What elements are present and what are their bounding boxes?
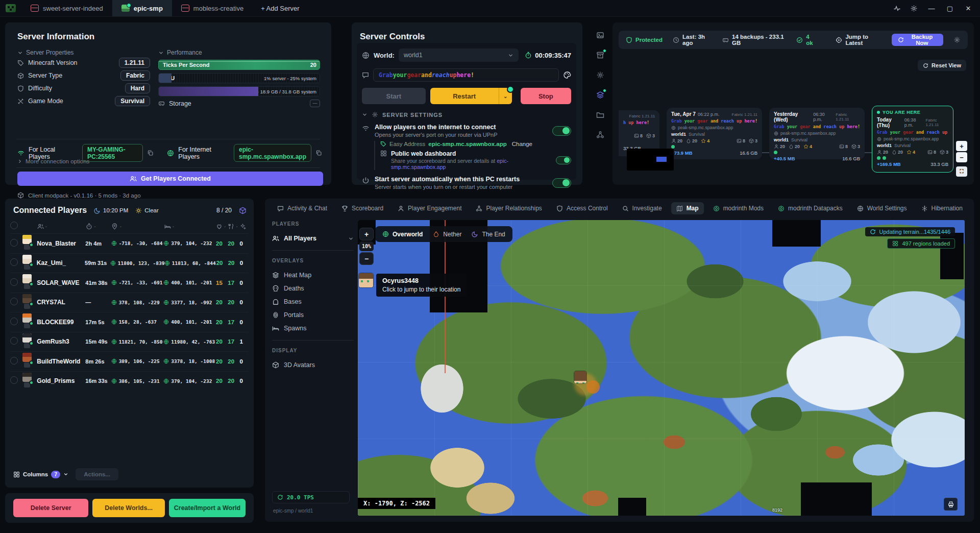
content-tab[interactable]: Activity & Chat (272, 202, 332, 214)
autostart-toggle[interactable] (552, 178, 571, 188)
backup-now-button[interactable]: Backup Now (892, 34, 943, 46)
player-marker[interactable] (574, 371, 586, 383)
row-checkbox[interactable] (10, 258, 18, 266)
server-tab[interactable]: mobless-creative (172, 0, 253, 16)
table-row[interactable]: SOLAR_WAVE 41m 38s -721, -33, -691 400, … (10, 273, 249, 293)
add-server-button[interactable]: + Add Server (253, 0, 308, 16)
content-tab[interactable]: Scoreboard (336, 202, 388, 214)
row-checkbox[interactable] (10, 337, 18, 345)
screenshots-icon[interactable] (596, 31, 605, 40)
table-row[interactable]: Gold_Prisms 16m 33s 386, 105, -231 379, … (10, 371, 249, 391)
map-zoom-in-button[interactable]: + (359, 228, 374, 240)
column-bed[interactable]: ⌄ (164, 223, 216, 230)
overlay-item[interactable]: Heat Map (272, 269, 354, 282)
zoom-in-button[interactable]: + (956, 141, 967, 151)
row-checkbox[interactable] (10, 376, 18, 384)
backup-card[interactable]: Tue, Apr 7 06:22 p.m. Fabric 1.21.11 Gra… (667, 108, 762, 159)
local-address[interactable]: MY-GAMING-PC:25565 (82, 144, 143, 162)
server-tab[interactable]: sweet-server-indeed (21, 0, 112, 16)
restart-dropdown-button[interactable]: ⌄ (499, 88, 512, 104)
property-value[interactable]: 1.21.11 (119, 58, 150, 68)
print-map-button[interactable] (944, 498, 958, 511)
player-marker[interactable] (359, 273, 373, 287)
more-connection-options[interactable]: More connection options (17, 158, 89, 164)
delete-worlds-button[interactable]: Delete Worlds... (92, 499, 165, 517)
overlay-item[interactable]: Deaths (272, 282, 354, 295)
server-tab[interactable]: epic-smp (112, 0, 172, 16)
backups-icon[interactable] (596, 51, 605, 60)
column-xp[interactable] (239, 223, 249, 230)
jump-to-latest-button[interactable]: Jump to Latest (836, 34, 881, 46)
row-checkbox[interactable] (10, 239, 18, 247)
backup-card[interactable]: Yesterday (Wed) 06:30 p.m. Fabric 1.21.1… (769, 108, 865, 159)
overlay-item[interactable]: Portals (272, 308, 354, 322)
map-canvas[interactable]: + 10% − Overworld Nether (358, 220, 965, 516)
settings-icon[interactable] (596, 70, 605, 80)
close-button[interactable]: ✕ (964, 5, 973, 12)
layers-icon[interactable] (596, 90, 605, 100)
row-checkbox[interactable] (10, 318, 18, 325)
zoom-out-button[interactable]: − (956, 152, 967, 162)
dimension-button[interactable]: Nether (433, 231, 461, 238)
backup-card-current[interactable]: YOU ARE HERE Today (Thu) 06:38 p.m. Fabr… (872, 106, 953, 173)
timeline-minimap[interactable] (627, 149, 674, 171)
palette-icon[interactable] (563, 71, 571, 79)
player-name[interactable]: Gold_Prisms (37, 377, 85, 384)
map-zoom-out-button[interactable]: − (359, 252, 374, 265)
content-tab[interactable]: Map (671, 202, 704, 214)
property-value[interactable]: Fabric (120, 70, 150, 81)
cube-icon[interactable] (239, 207, 247, 214)
upnp-toggle[interactable] (552, 126, 571, 136)
property-value[interactable]: Survival (115, 96, 150, 106)
change-link[interactable]: Change (512, 141, 532, 147)
all-players-select[interactable]: All Players (272, 232, 354, 245)
overlay-item[interactable]: Bases (272, 295, 354, 308)
content-tab[interactable]: Player Relationships (471, 202, 547, 214)
columns-button[interactable]: Columns 7 (13, 471, 68, 478)
content-tab[interactable]: modrinth Datapacks (773, 202, 848, 214)
storage-expand-button[interactable]: — (310, 100, 320, 107)
fullscreen-button[interactable]: ⛶ (956, 166, 967, 177)
dimension-button[interactable]: The End (472, 231, 505, 238)
restart-button[interactable]: Restart (430, 88, 499, 104)
content-tab[interactable]: modrinth Mods (708, 202, 769, 214)
stop-button[interactable]: Stop (521, 88, 571, 104)
dashboard-toggle[interactable] (556, 156, 571, 164)
copy-icon[interactable] (147, 150, 154, 156)
column-food[interactable]: ⌄ (228, 223, 239, 230)
property-value[interactable]: Hard (125, 83, 150, 93)
copy-icon[interactable] (315, 150, 322, 156)
activity-icon[interactable] (893, 5, 901, 12)
player-name[interactable]: CRYS7AL (37, 299, 85, 306)
player-name[interactable]: BLOCKEE99 (37, 319, 85, 326)
player-name[interactable]: GemRush3 (37, 338, 85, 345)
row-checkbox[interactable] (10, 278, 18, 286)
dimension-button[interactable]: Overworld (382, 231, 423, 238)
reset-view-button[interactable]: Reset View (918, 60, 966, 71)
3d-avatars-toggle[interactable]: 3D Avatars (272, 358, 354, 372)
table-row[interactable]: BLOCKEE99 17m 5s 158, 28, -637 400, 101,… (10, 312, 249, 332)
overlay-item[interactable]: Spawns (272, 322, 354, 335)
content-tab[interactable]: Player Engagement (393, 202, 467, 214)
content-tab[interactable]: Access Control (551, 202, 613, 214)
column-session-time[interactable]: ⌄ (86, 223, 112, 230)
content-tab[interactable]: Investigate (617, 202, 667, 214)
get-players-connected-button[interactable]: Get Players Connected (17, 172, 323, 186)
backup-settings-gear-icon[interactable] (953, 36, 961, 43)
settings-gear-icon[interactable] (910, 5, 918, 12)
content-tab[interactable]: World Settings (852, 202, 912, 214)
table-row[interactable]: GemRush3 15m 49s 11821, 70, -850 11980, … (10, 332, 249, 352)
motd-input[interactable]: Grab your gear and reach up here! (373, 68, 559, 82)
minimize-button[interactable]: — (927, 5, 936, 12)
row-checkbox[interactable] (10, 357, 18, 365)
row-checkbox[interactable] (10, 298, 18, 305)
column-position[interactable]: ⌄ (111, 223, 164, 230)
player-name[interactable]: BuildTheWorld (37, 358, 85, 365)
maximize-button[interactable]: ▢ (945, 5, 954, 12)
server-properties-header[interactable]: Server Properties (17, 49, 150, 56)
world-select[interactable]: world1 (399, 49, 519, 62)
hierarchy-icon[interactable] (596, 130, 605, 139)
create-import-world-button[interactable]: Create/Import a World (169, 499, 246, 517)
table-row[interactable]: Kaz_Umi_ 59m 31s 11800, 123, -839 11813,… (10, 253, 249, 273)
internet-address[interactable]: epic-smp.mc.spawnbox.app (234, 144, 311, 162)
